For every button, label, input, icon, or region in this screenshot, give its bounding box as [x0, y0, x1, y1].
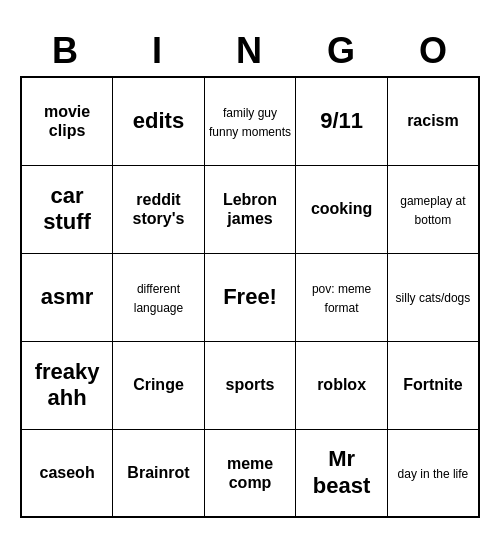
- bingo-cell: meme comp: [204, 429, 295, 517]
- table-row: freaky ahhCringesportsrobloxFortnite: [21, 341, 479, 429]
- cell-text: pov: meme format: [312, 282, 371, 315]
- bingo-cell: car stuff: [21, 165, 113, 253]
- cell-text: Free!: [223, 284, 277, 309]
- bingo-cell: 9/11: [296, 77, 388, 165]
- cell-text: silly cats/dogs: [396, 291, 471, 305]
- bingo-cell: racism: [387, 77, 479, 165]
- cell-text: reddit story's: [133, 191, 185, 227]
- cell-text: edits: [133, 108, 184, 133]
- bingo-cell: cooking: [296, 165, 388, 253]
- cell-text: day in the life: [398, 467, 469, 481]
- header-letter: N: [204, 26, 296, 76]
- table-row: asmrdifferent languageFree!pov: meme for…: [21, 253, 479, 341]
- cell-text: car stuff: [43, 183, 91, 234]
- cell-text: gameplay at bottom: [400, 194, 465, 227]
- bingo-cell: family guy funny moments: [204, 77, 295, 165]
- cell-text: caseoh: [40, 464, 95, 481]
- cell-text: family guy funny moments: [209, 106, 291, 139]
- cell-text: cooking: [311, 200, 372, 217]
- bingo-cell: Free!: [204, 253, 295, 341]
- table-row: car stuffreddit story'sLebron jamescooki…: [21, 165, 479, 253]
- bingo-cell: Mr beast: [296, 429, 388, 517]
- cell-text: racism: [407, 112, 459, 129]
- cell-text: Lebron james: [223, 191, 277, 227]
- cell-text: Mr beast: [313, 446, 370, 497]
- cell-text: Brainrot: [127, 464, 189, 481]
- cell-text: sports: [226, 376, 275, 393]
- bingo-cell: Brainrot: [113, 429, 205, 517]
- bingo-cell: day in the life: [387, 429, 479, 517]
- bingo-cell: gameplay at bottom: [387, 165, 479, 253]
- bingo-cell: Cringe: [113, 341, 205, 429]
- bingo-cell: Lebron james: [204, 165, 295, 253]
- cell-text: different language: [134, 282, 183, 315]
- cell-text: freaky ahh: [35, 359, 100, 410]
- bingo-cell: different language: [113, 253, 205, 341]
- bingo-cell: asmr: [21, 253, 113, 341]
- bingo-grid: movie clipseditsfamily guy funny moments…: [20, 76, 480, 518]
- bingo-cell: edits: [113, 77, 205, 165]
- bingo-cell: Fortnite: [387, 341, 479, 429]
- bingo-cell: caseoh: [21, 429, 113, 517]
- cell-text: asmr: [41, 284, 94, 309]
- bingo-cell: sports: [204, 341, 295, 429]
- bingo-cell: reddit story's: [113, 165, 205, 253]
- bingo-cell: freaky ahh: [21, 341, 113, 429]
- table-row: caseohBrainrotmeme compMr beastday in th…: [21, 429, 479, 517]
- bingo-cell: roblox: [296, 341, 388, 429]
- bingo-cell: silly cats/dogs: [387, 253, 479, 341]
- table-row: movie clipseditsfamily guy funny moments…: [21, 77, 479, 165]
- cell-text: roblox: [317, 376, 366, 393]
- header-letter: B: [20, 26, 112, 76]
- cell-text: 9/11: [320, 108, 363, 133]
- bingo-card: BINGO movie clipseditsfamily guy funny m…: [20, 26, 480, 518]
- cell-text: meme comp: [227, 455, 273, 491]
- header-letter: G: [296, 26, 388, 76]
- bingo-header: BINGO: [20, 26, 480, 76]
- header-letter: I: [112, 26, 204, 76]
- header-letter: O: [388, 26, 480, 76]
- bingo-cell: pov: meme format: [296, 253, 388, 341]
- cell-text: movie clips: [44, 103, 90, 139]
- bingo-cell: movie clips: [21, 77, 113, 165]
- cell-text: Fortnite: [403, 376, 463, 393]
- cell-text: Cringe: [133, 376, 184, 393]
